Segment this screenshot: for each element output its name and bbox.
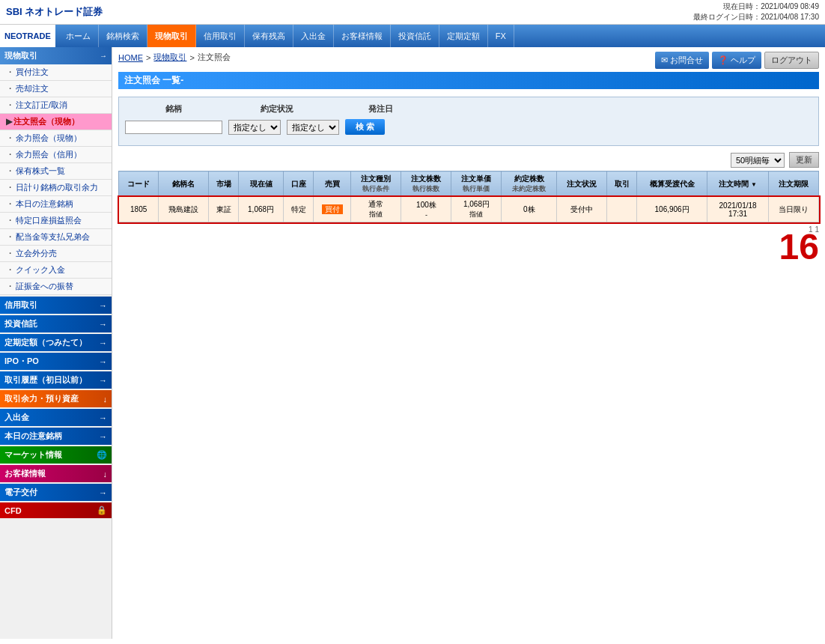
sidebar-section-history[interactable]: 取引履歴（初日以前）→: [0, 371, 112, 389]
cell-account: 特定: [284, 197, 314, 222]
th-settlement: 概算受渡代金: [636, 171, 707, 197]
site-logo: SBI ネオトレード証券: [6, 5, 103, 19]
cell-order-type: 通常指値: [351, 197, 401, 222]
refresh-button[interactable]: 更新: [789, 152, 819, 168]
cell-order-time: 2021/01/1817:31: [707, 197, 769, 222]
th-code: コード: [119, 171, 159, 197]
nav-deposit[interactable]: 入出金: [293, 25, 334, 47]
nav-margin[interactable]: 信用取引: [196, 25, 245, 47]
big-page-number: 16: [118, 226, 819, 267]
sidebar-section-genbutsu[interactable]: 現物取引 →: [0, 47, 112, 64]
sidebar-section-electronic[interactable]: 電子交付→: [0, 484, 112, 501]
th-account: 口座: [284, 171, 314, 197]
nav-holdings[interactable]: 保有残高: [245, 25, 293, 47]
contact-button[interactable]: ✉ お問合せ: [655, 52, 709, 69]
th-order-type: 注文種別執行条件: [351, 171, 401, 197]
breadcrumb: HOME > 現物取引 > 注文照会: [118, 52, 655, 63]
sidebar-section-today-stocks[interactable]: 本日の注意銘柄→: [0, 428, 112, 445]
nav-logo: NEOTRADE: [0, 25, 55, 47]
filter-status-select[interactable]: 指定なし: [228, 120, 281, 135]
sidebar-item-quick-deposit[interactable]: ・クイック入金: [0, 262, 112, 279]
cell-market: 東証: [209, 197, 239, 222]
table-row: 1805 飛島建設 東証 1,068円 特定 買付 通常指値 100株-: [119, 197, 819, 222]
th-unit-price: 注文単価執行単価: [451, 171, 502, 197]
th-order-limit: 注文期限: [768, 171, 818, 197]
th-order-time: 注文時間 ▼: [707, 171, 769, 197]
sidebar-item-stock-list[interactable]: ・保有株式一覧: [0, 163, 112, 180]
breadcrumb-current: 注文照会: [198, 52, 231, 63]
nav-fx[interactable]: FX: [488, 25, 514, 47]
search-button[interactable]: 検 索: [345, 119, 385, 135]
sidebar-item-buy[interactable]: ・買付注文: [0, 64, 112, 81]
sidebar-item-attention-stocks[interactable]: ・本日の注意銘柄: [0, 196, 112, 213]
th-shares: 注文株数執行株数: [401, 171, 451, 197]
cell-settlement: 106,906円: [636, 197, 707, 222]
help-button[interactable]: ❓ ヘルプ: [712, 52, 761, 69]
content-area: ✉ お問合せ ❓ ヘルプ ログアウト HOME > 現物取引 > 注文照会 注文…: [112, 47, 825, 639]
nav-investment[interactable]: 投資信託: [391, 25, 439, 47]
th-executed: 約定株数未約定株数: [502, 171, 557, 197]
sidebar-section-buying-power[interactable]: 取引余力・預り資産↓: [0, 390, 112, 407]
cell-shares: 100株-: [401, 197, 451, 222]
nav-regular[interactable]: 定期定額: [439, 25, 488, 47]
cell-name: 飛島建設: [159, 197, 209, 222]
sidebar-item-transfer[interactable]: ・証振金への振替: [0, 279, 112, 295]
sidebar-section-investment[interactable]: 投資信託→: [0, 315, 112, 332]
datetime-info: 現在日時：2021/04/09 08:49 最終ログイン日時：2021/04/0…: [693, 1, 819, 22]
sidebar-item-sell[interactable]: ・売却注文: [0, 81, 112, 97]
buy-badge: 買付: [322, 204, 343, 214]
sidebar-section-market[interactable]: マーケット情報🌐: [0, 446, 112, 464]
sidebar-section-customer[interactable]: お客様情報↓: [0, 465, 112, 482]
top-header: SBI ネオトレード証券 現在日時：2021/04/09 08:49 最終ログイ…: [0, 0, 825, 25]
th-name: 銘柄名: [159, 171, 209, 197]
sidebar-item-balance-margin[interactable]: ・余力照会（信用）: [0, 147, 112, 163]
sidebar-section-regular[interactable]: 定期定額（つみたて）→: [0, 334, 112, 351]
filter-section: 銘柄 約定状況 発注日 指定なし 指定なし 検 索: [118, 97, 819, 146]
th-status: 注文状況: [557, 171, 607, 197]
sidebar-item-offhours[interactable]: ・立会外分売: [0, 246, 112, 262]
filter-labels-row: 銘柄 約定状況 発注日: [125, 103, 812, 115]
nav-search[interactable]: 銘柄検索: [99, 25, 147, 47]
sidebar-section-credit[interactable]: 信用取引→: [0, 297, 112, 314]
sidebar-item-specific-account[interactable]: ・特定口座損益照会: [0, 213, 112, 229]
breadcrumb-home[interactable]: HOME: [118, 53, 143, 62]
sidebar-section-ipo[interactable]: IPO・PO→: [0, 353, 112, 370]
cell-price: 1,068円: [238, 197, 283, 222]
th-transaction: 取引: [607, 171, 637, 197]
sidebar-section-inout[interactable]: 入出金→: [0, 409, 112, 426]
sidebar-section-cfd[interactable]: CFD🔒: [0, 502, 112, 518]
cell-status: 受付中: [557, 197, 607, 222]
cell-code: 1805: [119, 197, 159, 222]
page-title: 注文照会 一覧-: [118, 72, 819, 89]
nav-genbutsu[interactable]: 現物取引: [147, 25, 196, 47]
cell-order-limit: 当日限り: [768, 197, 818, 222]
breadcrumb-genbutsu[interactable]: 現物取引: [153, 52, 186, 63]
sidebar-item-amend[interactable]: ・注文訂正/取消: [0, 97, 112, 114]
filter-date-label: 発注日: [368, 104, 393, 113]
sidebar-item-order-inquiry[interactable]: ▶注文照会（現物）: [0, 114, 112, 130]
top-right-buttons: ✉ お問合せ ❓ ヘルプ ログアウト: [655, 52, 819, 69]
filter-status-label: 約定状況: [261, 104, 293, 113]
th-market: 市場: [209, 171, 239, 197]
th-trade: 売買: [313, 171, 351, 197]
nav-home[interactable]: ホーム: [58, 25, 99, 47]
main-nav: NEOTRADE ホーム 銘柄検索 現物取引 信用取引 保有残高 入出金 お客様…: [0, 25, 825, 47]
filter-date-select[interactable]: 指定なし: [287, 120, 339, 135]
orders-table: コード 銘柄名 市場 現在値 口座 売買 注文種別執行条件 注文株数執行株数 注…: [118, 171, 819, 222]
sidebar: 現物取引 → ・買付注文 ・売却注文 ・注文訂正/取消 ▶注文照会（現物） ・余…: [0, 47, 112, 639]
filter-code-input[interactable]: [125, 121, 222, 134]
cell-trade-type: 買付: [313, 197, 351, 222]
nav-customer[interactable]: お客様情報: [334, 25, 391, 47]
cell-transaction: [607, 197, 637, 222]
sidebar-item-balance-genbutsu[interactable]: ・余力照会（現物）: [0, 130, 112, 147]
sidebar-item-daily-trade[interactable]: ・日計り銘柄の取引余力: [0, 180, 112, 196]
th-price: 現在値: [238, 171, 283, 197]
cell-executed-shares: 0株: [502, 197, 557, 222]
cell-unit-price: 1,068円指値: [451, 197, 502, 222]
page-size-select[interactable]: 50明細毎: [731, 153, 785, 168]
filter-inputs-row: 指定なし 指定なし 検 索: [125, 119, 812, 135]
logout-button[interactable]: ログアウト: [764, 52, 819, 69]
main-container: 現物取引 → ・買付注文 ・売却注文 ・注文訂正/取消 ▶注文照会（現物） ・余…: [0, 47, 825, 639]
sidebar-item-dividend[interactable]: ・配当金等支払兄弟会: [0, 229, 112, 246]
filter-code-label: 銘柄: [165, 104, 182, 113]
